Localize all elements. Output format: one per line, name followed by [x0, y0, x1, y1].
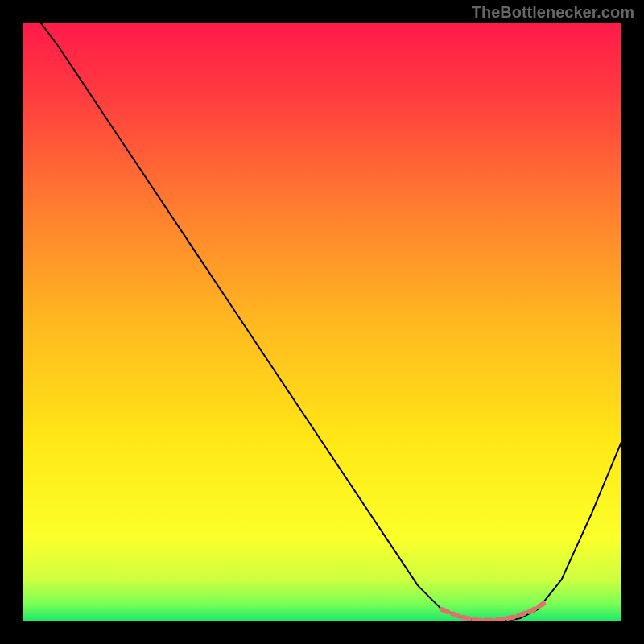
chart-plot-area	[23, 23, 621, 621]
watermark-text: TheBottlenecker.com	[472, 3, 634, 22]
chart-svg	[23, 23, 621, 621]
chart-background	[23, 23, 621, 621]
